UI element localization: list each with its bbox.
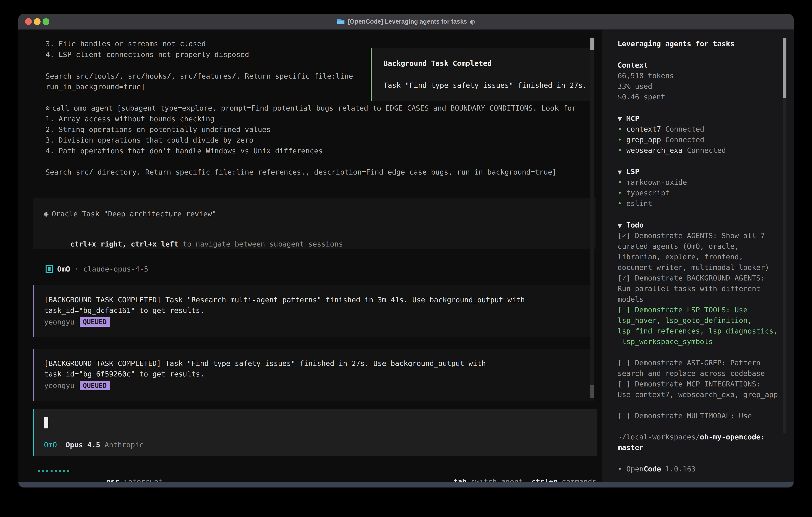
bullet-icon: • bbox=[617, 146, 622, 154]
bullet-icon: • bbox=[617, 189, 622, 197]
sidebar-scrollbar-thumb[interactable] bbox=[783, 38, 786, 98]
keybind-hint-label: to navigate between subagent sessions bbox=[178, 240, 343, 248]
todo-line-active: lsp_workspace_symbols bbox=[617, 336, 713, 347]
tool-call-text: call_omo_agent [subagent_type=explore, p… bbox=[52, 103, 576, 113]
version-number: 1.0.163 bbox=[661, 465, 696, 473]
tool-call-line: ⚙ call_omo_agent [subagent_type=explore,… bbox=[46, 103, 576, 113]
oracle-task-title: Oracle Task "Deep architecture review" bbox=[52, 210, 216, 218]
status-badge: QUEUED bbox=[80, 381, 110, 390]
terminal-line: 4. Path operations that don't handle Win… bbox=[46, 145, 323, 156]
todo-line-done: [✓] Demonstrate AGENTS: Show all 7 bbox=[617, 230, 765, 241]
mcp-item-name: grep_app bbox=[627, 136, 661, 144]
lsp-item: •typescript bbox=[617, 188, 670, 198]
mcp-item: •grep_app Connected bbox=[617, 134, 704, 145]
bullet-icon: • bbox=[617, 125, 622, 133]
todo-line-done: librarian, explore, frontend, bbox=[617, 251, 743, 262]
lsp-item-name: eslint bbox=[627, 199, 652, 208]
chevron-down-icon: ▼ bbox=[617, 116, 622, 123]
prompt-input[interactable]: OmO Opus 4.5 Anthropic bbox=[33, 409, 598, 456]
todo-section-header[interactable]: ▼Todo bbox=[617, 220, 644, 231]
workspace-repo: oh-my-opencode: bbox=[700, 433, 765, 441]
separator-dot: · bbox=[75, 265, 79, 273]
status-badge: QUEUED bbox=[80, 317, 110, 327]
main-scrollbar-thumb[interactable] bbox=[590, 37, 594, 50]
todo-line-done: document-writer, multimodal-looker) bbox=[617, 262, 769, 273]
workspace-branch: master bbox=[617, 442, 644, 453]
main-scrollbar-track[interactable] bbox=[590, 37, 594, 398]
spinner-dots-icon bbox=[38, 470, 69, 472]
task-message-block[interactable]: [BACKGROUND TASK COMPLETED] Task "Find t… bbox=[33, 349, 594, 401]
task-message-line1: [BACKGROUND TASK COMPLETED] Task "Resear… bbox=[44, 296, 525, 304]
toast-body: Task "Find type safety issues" finished … bbox=[383, 81, 587, 89]
task-user: yeongyu bbox=[44, 318, 75, 326]
todo-line-done: [✓] Demonstrate BACKGROUND AGENTS: bbox=[617, 273, 765, 283]
agent-header: OmO · claude-opus-4-5 bbox=[46, 264, 148, 274]
lsp-item-name: typescript bbox=[627, 189, 670, 197]
context-used: 33% used bbox=[617, 81, 652, 91]
input-agent-name: OmO bbox=[44, 441, 57, 449]
agent-model: claude-opus-4-5 bbox=[83, 265, 148, 273]
terminal-line: 3. File handles or streams not closed bbox=[46, 38, 206, 49]
session-indicator-icon: ◐ bbox=[470, 18, 475, 25]
bullet-icon: • bbox=[617, 136, 622, 144]
task-user: yeongyu bbox=[44, 381, 75, 390]
todo-line-done: models bbox=[617, 294, 644, 304]
sidebar-scrollbar-track[interactable] bbox=[783, 56, 786, 433]
lsp-item: •eslint bbox=[617, 198, 652, 209]
app-window: [OpenCode] Leveraging agents for tasks ◐… bbox=[19, 14, 793, 487]
mcp-item: •websearch_exa Connected bbox=[617, 145, 726, 156]
todo-line-active: lsp_hover, lsp_goto_definition, bbox=[617, 315, 752, 326]
mcp-item-name: websearch_exa bbox=[627, 146, 683, 154]
lsp-section-header[interactable]: ▼LSP bbox=[617, 166, 639, 178]
task-message-line1: [BACKGROUND TASK COMPLETED] Task "Find t… bbox=[44, 359, 486, 368]
todo-heading: Todo bbox=[627, 221, 644, 229]
bullet-icon: • bbox=[617, 465, 622, 473]
todo-line-pending: Use context7, websearch_exa, grep_app bbox=[617, 389, 778, 400]
input-model-name[interactable]: Opus 4.5 bbox=[65, 441, 100, 449]
workspace-path-prefix: ~/local-workspaces/ bbox=[617, 433, 700, 441]
task-message-line2: task_id="bg_dcfac161" to get results. bbox=[44, 306, 204, 315]
background-task-toast: Background Task Completed Task "Find typ… bbox=[371, 48, 594, 101]
terminal-line: run_in_background=true] bbox=[46, 81, 145, 92]
window-title: [OpenCode] Leveraging agents for tasks bbox=[348, 18, 467, 25]
titlebar: [OpenCode] Leveraging agents for tasks ◐ bbox=[19, 14, 793, 30]
todo-line-pending: [ ] Demonstrate AST-GREP: Pattern bbox=[617, 357, 760, 368]
spacer bbox=[57, 441, 65, 449]
folder-icon bbox=[337, 18, 345, 25]
toast-title: Background Task Completed bbox=[383, 59, 492, 67]
todo-line-pending: [ ] Demonstrate MCP INTEGRATIONS: bbox=[617, 379, 760, 389]
version-line: •OpenCode 1.0.163 bbox=[617, 464, 696, 474]
mcp-item-status: Connected bbox=[661, 136, 704, 144]
todo-line-active: lsp_find_references, lsp_diagnostics, bbox=[617, 326, 778, 336]
gear-icon: ⚙ bbox=[46, 103, 50, 113]
task-message-line2: task_id="bg_6f59260c" to get results. bbox=[44, 370, 204, 378]
mcp-item-status: Connected bbox=[661, 125, 704, 133]
window-bottom-bar bbox=[19, 482, 793, 487]
bullet-icon: • bbox=[617, 199, 622, 208]
text-cursor bbox=[44, 417, 48, 429]
mcp-section-header[interactable]: ▼MCP bbox=[617, 113, 639, 124]
oracle-task-panel[interactable]: ◉ Oracle Task "Deep architecture review"… bbox=[33, 198, 597, 249]
mcp-heading: MCP bbox=[627, 114, 639, 123]
session-title: Leveraging agents for tasks bbox=[617, 38, 734, 49]
sidebar: Leveraging agents for tasks Context 66,5… bbox=[602, 30, 793, 482]
chevron-down-icon: ▼ bbox=[617, 169, 622, 175]
todo-line-active: [ ] Demonstrate LSP TOOLS: Use bbox=[617, 304, 748, 315]
todo-line-done: Run parallel tasks with different bbox=[617, 283, 760, 294]
terminal-line: 2. String operations on potentially unde… bbox=[46, 124, 271, 135]
window-title-group: [OpenCode] Leveraging agents for tasks ◐ bbox=[19, 14, 793, 29]
version-name-bold: Code bbox=[644, 465, 661, 473]
main-scrollbar-indicator[interactable] bbox=[590, 385, 594, 398]
mcp-item: •context7 Connected bbox=[617, 124, 704, 134]
task-message-block[interactable]: [BACKGROUND TASK COMPLETED] Task "Resear… bbox=[33, 285, 594, 337]
bullet-icon: • bbox=[617, 178, 622, 186]
terminal-line: 4. LSP client connections not properly d… bbox=[46, 49, 249, 60]
mcp-item-status: Connected bbox=[683, 146, 726, 154]
spacer bbox=[100, 441, 105, 449]
context-spent: $0.46 spent bbox=[617, 91, 665, 102]
terminal-line: Search src/ directory. Return specific f… bbox=[46, 167, 557, 177]
todo-line-pending: search and replace across codebase bbox=[617, 368, 765, 379]
lsp-heading: LSP bbox=[627, 167, 639, 176]
input-provider-name: Anthropic bbox=[105, 441, 143, 449]
status-bar: esc interrupt tab switch agent ctrl+p co… bbox=[19, 466, 597, 476]
